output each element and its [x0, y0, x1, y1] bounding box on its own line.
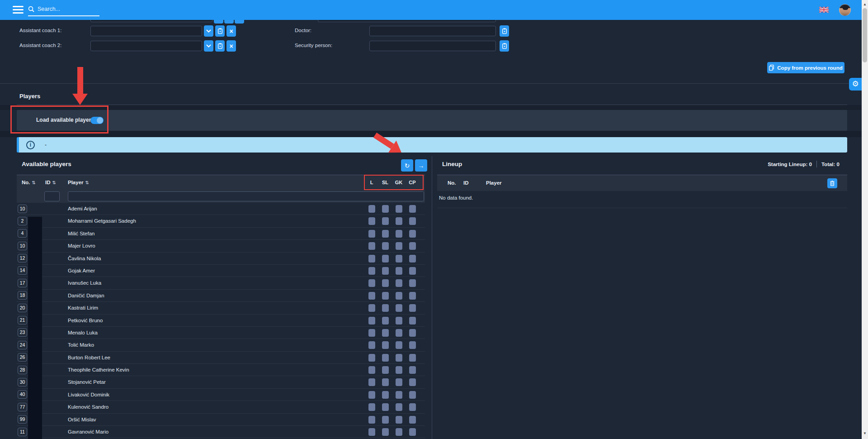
availability-checkbox-gk[interactable]	[396, 391, 402, 399]
assistant-coach-2-clipboard-button[interactable]	[215, 40, 225, 52]
availability-checkbox-sl[interactable]	[382, 304, 389, 312]
user-avatar[interactable]	[839, 4, 851, 16]
availability-checkbox-cp[interactable]	[409, 304, 416, 312]
lineup-delete-button[interactable]	[827, 178, 837, 188]
assistant-coach-1-clipboard-button[interactable]	[215, 25, 225, 37]
availability-checkbox-sl[interactable]	[382, 242, 389, 250]
availability-checkbox-l[interactable]	[368, 230, 375, 238]
availability-checkbox-sl[interactable]	[382, 416, 389, 424]
availability-checkbox-l[interactable]	[368, 242, 375, 250]
availability-checkbox-l[interactable]	[368, 217, 375, 225]
availability-checkbox-sl[interactable]	[382, 267, 389, 275]
availability-checkbox-gk[interactable]	[396, 242, 402, 250]
availability-checkbox-l[interactable]	[368, 416, 375, 424]
availability-checkbox-cp[interactable]	[409, 292, 416, 300]
availability-checkbox-l[interactable]	[368, 428, 375, 436]
availability-checkbox-gk[interactable]	[396, 255, 402, 262]
settings-gear-button[interactable]: ⚙	[849, 78, 862, 91]
availability-checkbox-l[interactable]	[368, 391, 375, 399]
assistant-coach-1-clear-button[interactable]: ×	[226, 25, 236, 37]
refresh-button[interactable]: ↻	[401, 159, 413, 172]
vertical-scrollbar[interactable]: ▲ ▼	[862, 0, 868, 439]
availability-checkbox-gk[interactable]	[396, 378, 402, 386]
availability-checkbox-sl[interactable]	[382, 378, 389, 386]
availability-checkbox-gk[interactable]	[396, 403, 402, 411]
availability-checkbox-l[interactable]	[368, 279, 375, 287]
search-input[interactable]	[38, 6, 92, 12]
availability-checkbox-l[interactable]	[368, 317, 375, 324]
availability-checkbox-gk[interactable]	[396, 366, 402, 374]
availability-checkbox-cp[interactable]	[409, 279, 416, 287]
assistant-coach-1-dropdown-button[interactable]	[204, 25, 213, 37]
security-person-input[interactable]	[369, 41, 496, 51]
move-all-right-button[interactable]: →	[415, 159, 427, 172]
availability-checkbox-sl[interactable]	[382, 317, 389, 324]
column-header-no[interactable]: No.⇅	[22, 180, 36, 185]
availability-checkbox-gk[interactable]	[396, 279, 402, 287]
hamburger-menu-icon[interactable]	[13, 6, 24, 14]
availability-checkbox-sl[interactable]	[382, 329, 389, 337]
availability-checkbox-cp[interactable]	[409, 403, 416, 411]
assistant-coach-2-dropdown-button[interactable]	[204, 40, 213, 52]
availability-checkbox-cp[interactable]	[409, 255, 416, 262]
availability-checkbox-cp[interactable]	[409, 428, 416, 436]
availability-checkbox-gk[interactable]	[396, 267, 402, 275]
availability-checkbox-l[interactable]	[368, 366, 375, 374]
availability-checkbox-cp[interactable]	[409, 354, 416, 362]
availability-checkbox-gk[interactable]	[396, 304, 402, 312]
availability-checkbox-cp[interactable]	[409, 230, 416, 238]
doctor-clipboard-button[interactable]	[500, 25, 509, 37]
availability-checkbox-gk[interactable]	[396, 354, 402, 362]
id-filter-input[interactable]	[44, 191, 60, 201]
scroll-down-arrow[interactable]: ▼	[862, 431, 868, 435]
availability-checkbox-cp[interactable]	[409, 416, 416, 424]
availability-checkbox-l[interactable]	[368, 292, 375, 300]
scroll-up-arrow[interactable]: ▲	[862, 2, 868, 6]
availability-checkbox-sl[interactable]	[382, 292, 389, 300]
availability-checkbox-cp[interactable]	[409, 329, 416, 337]
availability-checkbox-gk[interactable]	[396, 217, 402, 225]
security-person-clipboard-button[interactable]	[500, 40, 509, 52]
column-header-player[interactable]: Player⇅	[68, 180, 89, 185]
availability-checkbox-gk[interactable]	[396, 317, 402, 324]
availability-checkbox-sl[interactable]	[382, 341, 389, 349]
availability-checkbox-cp[interactable]	[409, 217, 416, 225]
availability-checkbox-cp[interactable]	[409, 242, 416, 250]
assistant-coach-1-input[interactable]	[90, 26, 202, 36]
doctor-input[interactable]	[369, 26, 496, 36]
availability-checkbox-l[interactable]	[368, 403, 375, 411]
availability-checkbox-l[interactable]	[368, 354, 375, 362]
availability-checkbox-sl[interactable]	[382, 391, 389, 399]
availability-checkbox-l[interactable]	[368, 255, 375, 262]
availability-checkbox-cp[interactable]	[409, 391, 416, 399]
availability-checkbox-l[interactable]	[368, 205, 375, 213]
availability-checkbox-gk[interactable]	[396, 230, 402, 238]
availability-checkbox-l[interactable]	[368, 329, 375, 337]
uk-flag-icon[interactable]	[819, 7, 829, 13]
availability-checkbox-sl[interactable]	[382, 205, 389, 213]
availability-checkbox-l[interactable]	[368, 341, 375, 349]
availability-checkbox-gk[interactable]	[396, 205, 402, 213]
availability-checkbox-cp[interactable]	[409, 317, 416, 324]
availability-checkbox-sl[interactable]	[382, 403, 389, 411]
availability-checkbox-cp[interactable]	[409, 366, 416, 374]
availability-checkbox-cp[interactable]	[409, 267, 416, 275]
availability-checkbox-sl[interactable]	[382, 255, 389, 262]
availability-checkbox-gk[interactable]	[396, 341, 402, 349]
availability-checkbox-l[interactable]	[368, 267, 375, 275]
availability-checkbox-gk[interactable]	[396, 292, 402, 300]
availability-checkbox-l[interactable]	[368, 304, 375, 312]
availability-checkbox-sl[interactable]	[382, 217, 389, 225]
availability-checkbox-gk[interactable]	[396, 428, 402, 436]
availability-checkbox-cp[interactable]	[409, 378, 416, 386]
availability-checkbox-sl[interactable]	[382, 366, 389, 374]
availability-checkbox-sl[interactable]	[382, 428, 389, 436]
copy-from-previous-round-button[interactable]: Copy from previous round	[767, 62, 844, 73]
column-header-id[interactable]: ID⇅	[45, 180, 56, 185]
assistant-coach-2-clear-button[interactable]: ×	[226, 40, 236, 52]
scrollbar-thumb[interactable]	[863, 8, 867, 62]
player-filter-input[interactable]	[68, 191, 424, 201]
availability-checkbox-sl[interactable]	[382, 279, 389, 287]
availability-checkbox-gk[interactable]	[396, 329, 402, 337]
availability-checkbox-sl[interactable]	[382, 230, 389, 238]
